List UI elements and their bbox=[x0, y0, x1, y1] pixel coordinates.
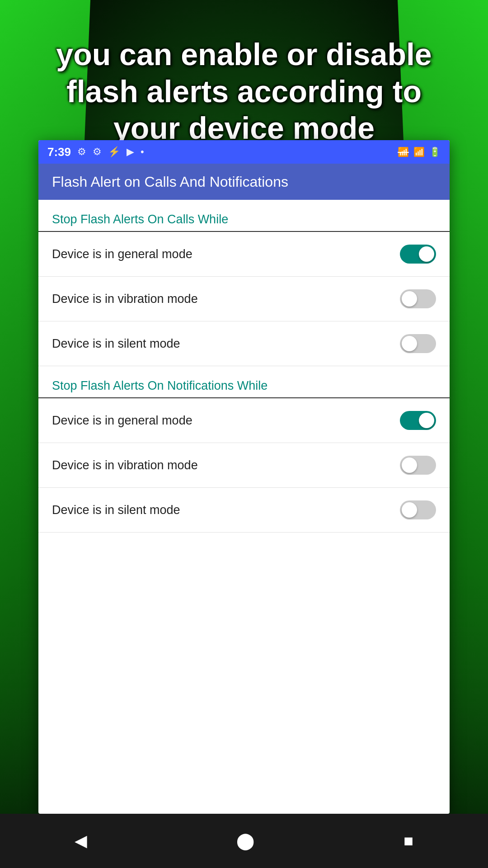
app-bar: Flash Alert on Calls And Notifications bbox=[38, 164, 450, 200]
notif-general-row: Device is in general mode bbox=[38, 398, 450, 443]
calls-vibration-row: Device is in vibration mode bbox=[38, 277, 450, 321]
settings-icon-2: ⚙ bbox=[93, 146, 102, 158]
calls-vibration-toggle[interactable] bbox=[400, 289, 436, 308]
notif-vibration-toggle[interactable] bbox=[400, 456, 436, 475]
phone-mockup: 7:39 ⚙ ⚙ ⚡ ▶ • 📶 📶 🔋 Flash Alert on Call… bbox=[38, 140, 450, 814]
battery-icon: 🔋 bbox=[429, 146, 441, 157]
calls-silent-row: Device is in silent mode bbox=[38, 321, 450, 366]
calls-vibration-label: Device is in vibration mode bbox=[52, 292, 198, 306]
calls-silent-toggle[interactable] bbox=[400, 334, 436, 353]
play-icon: ▶ bbox=[127, 146, 134, 158]
notif-general-label: Device is in general mode bbox=[52, 414, 192, 428]
status-bar-right: 📶 📶 🔋 bbox=[398, 146, 441, 157]
status-bar: 7:39 ⚙ ⚙ ⚡ ▶ • 📶 📶 🔋 bbox=[38, 140, 450, 164]
calls-vibration-knob bbox=[402, 291, 417, 307]
notif-vibration-knob bbox=[402, 458, 417, 473]
notif-silent-row: Device is in silent mode bbox=[38, 488, 450, 533]
calls-silent-label: Device is in silent mode bbox=[52, 337, 180, 351]
signal-icon: 📶 bbox=[413, 146, 425, 157]
calls-silent-knob bbox=[402, 336, 417, 351]
recent-button[interactable]: ■ bbox=[394, 827, 422, 855]
calls-general-label: Device is in general mode bbox=[52, 247, 192, 261]
wifi-icon: 📶 bbox=[398, 146, 409, 157]
notif-general-toggle[interactable] bbox=[400, 411, 436, 430]
app-bar-title: Flash Alert on Calls And Notifications bbox=[52, 174, 288, 190]
dot-icon: • bbox=[141, 146, 144, 158]
bottom-nav: ◀ ⬤ ■ bbox=[0, 814, 488, 868]
notif-silent-knob bbox=[402, 502, 417, 518]
section-header-calls: Stop Flash Alerts On Calls While bbox=[38, 200, 450, 232]
calls-general-row: Device is in general mode bbox=[38, 232, 450, 277]
notif-silent-label: Device is in silent mode bbox=[52, 503, 180, 517]
content: Stop Flash Alerts On Calls While Device … bbox=[38, 200, 450, 533]
calls-general-knob bbox=[419, 246, 434, 262]
notif-general-knob bbox=[419, 413, 434, 428]
flash-icon: ⚡ bbox=[108, 146, 120, 158]
status-time: 7:39 bbox=[47, 145, 71, 159]
back-button[interactable]: ◀ bbox=[66, 827, 96, 855]
section-header-notifications: Stop Flash Alerts On Notifications While bbox=[38, 366, 450, 398]
settings-icon-1: ⚙ bbox=[77, 146, 86, 158]
home-button[interactable]: ⬤ bbox=[227, 827, 263, 855]
calls-general-toggle[interactable] bbox=[400, 245, 436, 264]
notif-vibration-label: Device is in vibration mode bbox=[52, 458, 198, 472]
status-bar-left: 7:39 ⚙ ⚙ ⚡ ▶ • bbox=[47, 145, 144, 159]
notif-vibration-row: Device is in vibration mode bbox=[38, 443, 450, 488]
notif-silent-toggle[interactable] bbox=[400, 500, 436, 519]
